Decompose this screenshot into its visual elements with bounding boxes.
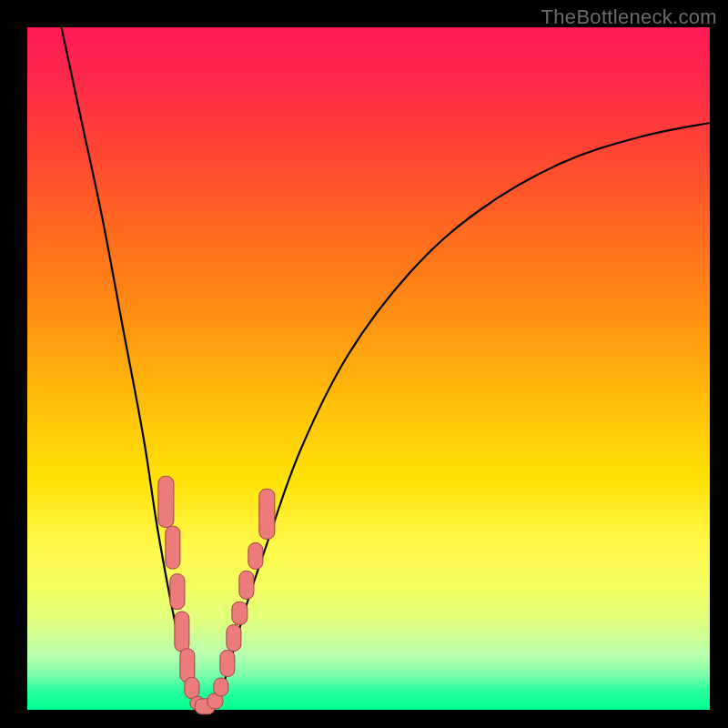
data-marker [165,525,180,570]
data-marker [158,476,174,527]
plot-gradient-area [27,27,710,710]
data-marker [248,542,263,570]
data-marker [219,650,235,677]
data-marker [213,677,228,696]
data-marker [232,601,248,624]
data-marker [238,571,254,600]
data-marker [169,573,185,610]
chart-frame: TheBottleneck.com [0,0,728,728]
data-marker [259,489,275,540]
watermark-text: TheBottleneck.com [541,5,717,29]
data-marker [174,611,189,652]
data-marker [226,624,241,652]
